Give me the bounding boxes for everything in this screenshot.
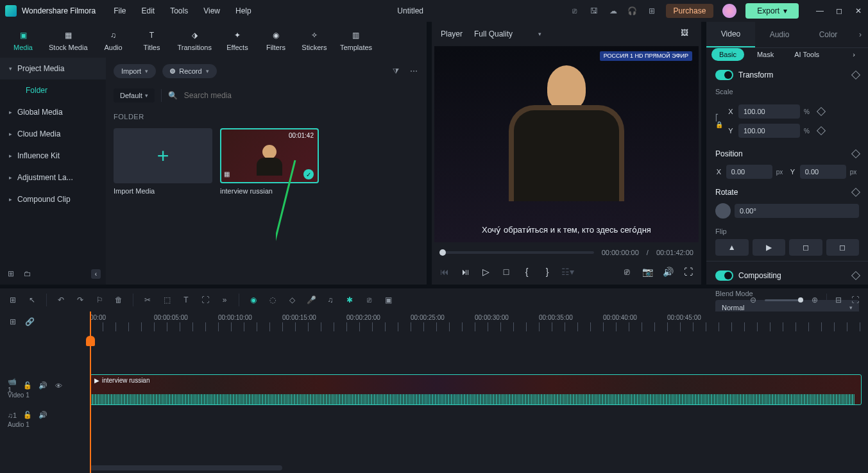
play-pause-icon[interactable]: ⏯ bbox=[460, 267, 470, 277]
cloud-icon[interactable]: ☁ bbox=[608, 6, 618, 16]
filter-icon[interactable]: ⧩ bbox=[391, 66, 401, 76]
tab-filters[interactable]: ◉Filters bbox=[258, 26, 294, 54]
tab-stickers[interactable]: ✧Stickers bbox=[296, 26, 332, 54]
prev-frame-icon[interactable]: ⏮ bbox=[439, 267, 450, 277]
fit-icon[interactable]: ⛶ bbox=[850, 295, 860, 305]
screen-icon[interactable]: ⎚ bbox=[364, 295, 374, 305]
more-tools-icon[interactable]: » bbox=[219, 295, 230, 305]
shield-icon[interactable]: ◇ bbox=[287, 295, 297, 305]
tab-stock-media[interactable]: ▦Stock Media bbox=[44, 26, 93, 54]
subtab-mask[interactable]: Mask bbox=[749, 48, 781, 61]
search-input[interactable] bbox=[184, 91, 419, 100]
visibility-icon[interactable]: 👁 bbox=[54, 381, 63, 390]
video-track-icon[interactable]: 📹1 bbox=[8, 381, 17, 390]
more-icon[interactable]: ⋯ bbox=[409, 66, 419, 76]
device-icon[interactable]: ⎚ bbox=[570, 6, 580, 16]
monitor-icon[interactable]: ⎚ bbox=[622, 267, 632, 277]
import-media-tile[interactable]: + Import Media bbox=[114, 128, 212, 195]
flip-v-button[interactable]: ▶ bbox=[753, 239, 786, 256]
import-button[interactable]: Import▾ bbox=[114, 64, 156, 78]
sidebar-influence-kit[interactable]: ▸Influence Kit bbox=[0, 145, 106, 167]
playhead[interactable] bbox=[90, 311, 91, 473]
sidebar-global-media[interactable]: ▸Global Media bbox=[0, 101, 106, 123]
grid-icon[interactable]: ⊟ bbox=[833, 295, 844, 305]
subtab-ai-tools[interactable]: AI Tools bbox=[787, 48, 827, 61]
mute-icon[interactable]: 🔊 bbox=[38, 381, 47, 390]
link-track-icon[interactable]: 🔗 bbox=[24, 317, 35, 327]
zoom-slider[interactable] bbox=[765, 299, 803, 301]
menu-edit[interactable]: Edit bbox=[142, 6, 155, 15]
purchase-button[interactable]: Purchase bbox=[666, 4, 714, 18]
zoom-in-icon[interactable]: ⊕ bbox=[810, 295, 820, 305]
rotate-knob[interactable] bbox=[715, 203, 731, 219]
rotate-keyframe[interactable] bbox=[851, 188, 860, 197]
rotate-input[interactable] bbox=[735, 204, 859, 218]
prop-tab-color[interactable]: Color bbox=[804, 22, 853, 47]
mark-in-icon[interactable]: { bbox=[522, 267, 532, 277]
stop-icon[interactable]: □ bbox=[501, 267, 511, 277]
pos-x-input[interactable] bbox=[726, 165, 772, 179]
scrub-bar[interactable] bbox=[439, 251, 594, 254]
prop-tab-video[interactable]: Video bbox=[706, 22, 755, 47]
subtab-more[interactable]: › bbox=[845, 48, 863, 61]
timeline-ruler[interactable]: 00:00 00:00:05:00 00:00:10:00 00:00:15:0… bbox=[90, 311, 868, 340]
collapse-sidebar[interactable]: ‹ bbox=[91, 269, 101, 279]
snapshot-icon[interactable]: 🖼 bbox=[681, 28, 692, 40]
music-icon[interactable]: ♫ bbox=[325, 295, 336, 305]
menu-file[interactable]: File bbox=[114, 6, 126, 15]
menu-help[interactable]: Help bbox=[235, 6, 251, 15]
delete-icon[interactable]: 🗑 bbox=[114, 295, 124, 305]
lock-icon[interactable]: 🔓 bbox=[23, 381, 32, 390]
prop-tab-more[interactable]: › bbox=[853, 22, 868, 47]
tab-transitions[interactable]: ⬗Transitions bbox=[173, 26, 217, 54]
subtab-basic[interactable]: Basic bbox=[711, 48, 744, 61]
image-icon[interactable]: ▣ bbox=[383, 295, 393, 305]
compositing-toggle[interactable] bbox=[715, 270, 733, 281]
mic-icon[interactable]: 🎤 bbox=[306, 295, 316, 305]
tab-titles[interactable]: TTitles bbox=[134, 26, 170, 54]
tab-templates[interactable]: ▥Templates bbox=[335, 26, 377, 54]
video-clip[interactable]: ▶interview russian bbox=[90, 374, 862, 405]
prop-tab-audio[interactable]: Audio bbox=[755, 22, 804, 47]
compositing-keyframe[interactable] bbox=[851, 271, 860, 280]
apps-icon[interactable]: ⊞ bbox=[647, 6, 657, 16]
display-opts-icon[interactable]: ☷▾ bbox=[563, 267, 573, 277]
circle-icon[interactable]: ◌ bbox=[268, 295, 278, 305]
sidebar-cloud-media[interactable]: ▸Cloud Media bbox=[0, 123, 106, 145]
audio-mute-icon[interactable]: 🔊 bbox=[38, 411, 47, 420]
save-icon[interactable]: 🖫 bbox=[589, 6, 599, 16]
sidebar-compound-clip[interactable]: ▸Compound Clip bbox=[0, 188, 106, 210]
track-add-icon[interactable]: ⊞ bbox=[8, 317, 18, 327]
fullscreen-icon[interactable]: ⛶ bbox=[683, 267, 694, 277]
record-button[interactable]: Record▾ bbox=[162, 64, 216, 78]
sort-dropdown[interactable]: Default▾ bbox=[114, 88, 155, 103]
camera-icon[interactable]: 📷 bbox=[642, 267, 652, 277]
scale-x-keyframe[interactable] bbox=[817, 107, 826, 116]
marker-icon[interactable]: ⚐ bbox=[94, 295, 105, 305]
minimize-button[interactable]: — bbox=[815, 6, 824, 15]
quality-dropdown[interactable]: Full Quality▾ bbox=[474, 29, 541, 38]
audio-track-icon[interactable]: ♫1 bbox=[8, 411, 17, 420]
pos-y-input[interactable] bbox=[800, 165, 846, 179]
text-icon[interactable]: T bbox=[181, 295, 191, 305]
user-avatar[interactable] bbox=[722, 4, 736, 18]
export-button[interactable]: Export▾ bbox=[745, 3, 799, 19]
sidebar-folder[interactable]: Folder bbox=[0, 79, 106, 101]
rotate-ccw-button[interactable]: ◻ bbox=[826, 239, 860, 256]
bug-icon[interactable]: ✱ bbox=[345, 295, 355, 305]
play-icon[interactable]: ▷ bbox=[481, 267, 491, 277]
close-button[interactable]: ✕ bbox=[854, 6, 863, 15]
position-keyframe[interactable] bbox=[851, 149, 860, 158]
mark-out-icon[interactable]: } bbox=[542, 267, 552, 277]
split-icon[interactable]: ✂ bbox=[142, 295, 153, 305]
folder-icon[interactable]: 🗀 bbox=[22, 268, 33, 279]
rotate-cw-button[interactable]: ◻ bbox=[789, 239, 822, 256]
headphones-icon[interactable]: 🎧 bbox=[627, 6, 638, 16]
sidebar-adjustment-layer[interactable]: ▸Adjustment La... bbox=[0, 167, 106, 188]
sidebar-project-media[interactable]: ▾Project Media bbox=[0, 58, 106, 79]
media-clip-tile[interactable]: 00:01:42 ▦ ✓ interview russian bbox=[220, 128, 319, 195]
menu-tools[interactable]: Tools bbox=[170, 6, 188, 15]
layout-icon[interactable]: ⊞ bbox=[8, 295, 18, 305]
scale-y-keyframe[interactable] bbox=[817, 126, 826, 135]
tab-media[interactable]: ▣Media bbox=[5, 26, 41, 54]
